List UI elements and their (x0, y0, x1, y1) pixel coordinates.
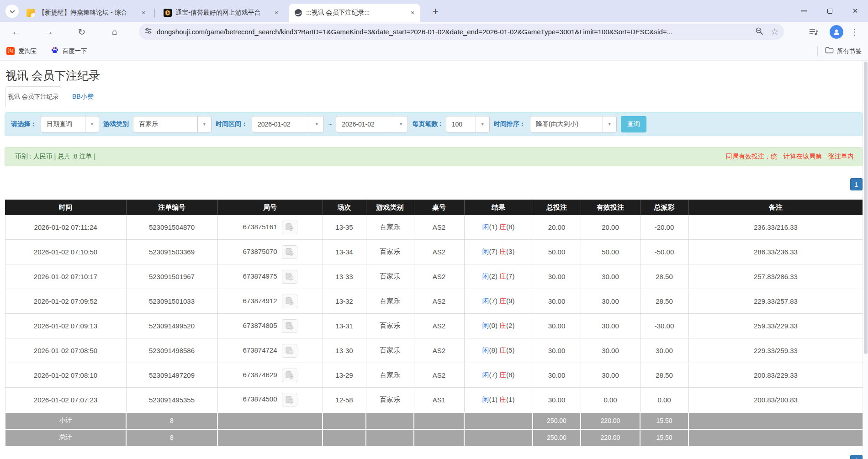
sum-payout: 15.50 (640, 412, 688, 429)
bookmark-baidu[interactable]: 百度一下 (51, 46, 87, 56)
cell-note: 200.83/200.83 (688, 388, 863, 412)
window-close-button[interactable]: ✕ (842, 0, 868, 22)
cell-valid-bet: 0.00 (581, 388, 640, 412)
browser-toolbar: ← → ↻ ⌂ dongshouji.com/game/betrecord_se… (0, 22, 868, 42)
browser-tab-tongbao[interactable]: 通宝-信誉最好的网上游戏平台 × (158, 4, 284, 22)
reload-icon[interactable]: ↻ (76, 26, 88, 38)
tab-close-icon[interactable]: × (272, 9, 281, 17)
cell-total-bet: 30.00 (533, 264, 581, 289)
all-bookmarks-label: 所有书签 (837, 47, 862, 55)
window-minimize-button[interactable] (791, 0, 817, 22)
col-round: 局号 (217, 200, 323, 215)
tab-close-icon[interactable]: × (139, 9, 148, 17)
video-replay-button[interactable] (282, 245, 297, 259)
search-button[interactable]: 查询 (621, 116, 646, 132)
tab-bet-record[interactable]: 视讯 会员下注纪录 (5, 86, 61, 107)
all-bookmarks-button[interactable]: 所有书签 (825, 47, 862, 55)
cell-total-bet: 50.00 (533, 240, 581, 264)
video-replay-button[interactable] (282, 295, 297, 308)
page-scrollbar[interactable] (863, 61, 868, 459)
cell-table-no: AS2 (414, 363, 464, 388)
game-type-label: 游戏类别 (103, 120, 129, 128)
media-controls-icon[interactable] (808, 26, 820, 38)
query-type-value: 日期查询 (41, 120, 85, 128)
video-replay-button[interactable] (282, 221, 297, 234)
bookmark-label: 百度一下 (63, 47, 87, 55)
home-icon[interactable]: ⌂ (109, 26, 121, 38)
forward-icon[interactable]: → (43, 26, 55, 38)
scrollbar-thumb[interactable] (864, 62, 868, 354)
cell-session: 13-31 (323, 314, 366, 338)
game-type-dropdown[interactable]: 百家乐 ▼ (133, 116, 212, 132)
query-type-dropdown[interactable]: 日期查询 ▼ (41, 116, 99, 132)
date-end-picker[interactable]: 2026-01-02 ▼ (336, 116, 408, 132)
caret-down-icon: ▼ (197, 116, 211, 132)
caret-down-icon: ▼ (310, 116, 323, 132)
url-text[interactable]: dongshouji.com/game/betrecord_search/kin… (157, 28, 752, 36)
bookmark-star-icon[interactable]: ☆ (771, 26, 778, 37)
window-controls: ✕ (791, 0, 868, 22)
sort-dropdown[interactable]: 降幂(由大到小) ▼ (530, 116, 617, 132)
col-total-bet: 总投注 (533, 200, 581, 215)
cell-result: 闲(1) 庄(8) (464, 215, 533, 240)
page-title: 视讯 会员下注纪录 (5, 69, 863, 82)
video-replay-button[interactable] (282, 393, 297, 406)
cell-bet-id: 523091497209 (126, 363, 217, 388)
cell-bet-id: 523091501967 (126, 264, 217, 289)
cell-result: 闲(8) 庄(5) (464, 338, 533, 363)
video-replay-button[interactable] (282, 369, 297, 382)
video-replay-button[interactable] (282, 344, 297, 358)
col-table-no: 桌号 (414, 200, 464, 215)
tab-search-button[interactable] (5, 5, 19, 18)
cell-table-no: AS2 (414, 289, 464, 314)
bookmark-taobao[interactable]: 淘 爱淘宝 (6, 47, 37, 55)
tab-bb-tip[interactable]: BB小费 (72, 93, 94, 101)
cell-bet-id: 523091499520 (126, 314, 217, 338)
address-bar[interactable]: dongshouji.com/game/betrecord_search/kin… (139, 24, 784, 40)
browser-menu-icon[interactable]: ⋮ (850, 27, 859, 37)
cell-payout: -50.00 (640, 240, 688, 264)
cell-result: 闲(0) 庄(2) (464, 314, 533, 338)
back-icon[interactable]: ← (10, 26, 22, 38)
video-replay-button[interactable] (282, 319, 297, 333)
sum-result (464, 412, 533, 429)
cell-time: 2026-01-02 07:08:50 (5, 338, 126, 363)
sum-total-bet: 250.00 (533, 429, 581, 446)
profile-avatar[interactable] (830, 25, 843, 39)
cell-valid-bet: 30.00 (581, 289, 640, 314)
date-start-picker[interactable]: 2026-01-02 ▼ (252, 116, 324, 132)
browser-tab-strip: 【新提醒】海燕策略论坛 - 综合 × 通宝-信誉最好的网上游戏平台 × :::视… (0, 0, 868, 22)
video-replay-button[interactable] (282, 270, 297, 284)
bet-record-table: 时间 注单编号 局号 场次 游戏类别 桌号 结果 总投注 有效投注 总派彩 备注… (5, 200, 863, 447)
date-end-value: 2026-01-02 (336, 121, 394, 128)
result-banker-label: 庄 (499, 396, 506, 403)
total-row: 总计8250.00220.0015.50 (5, 429, 863, 446)
cell-payout: 30.00 (640, 338, 688, 363)
browser-tab-forum[interactable]: 【新提醒】海燕策略论坛 - 综合 × (21, 4, 151, 22)
new-tab-button[interactable]: + (429, 5, 442, 17)
result-banker-label: 庄 (499, 371, 506, 379)
page-size-dropdown[interactable]: 100 ▼ (446, 116, 490, 132)
pagination-page-1[interactable]: 1 (850, 178, 863, 190)
cell-result: 闲(1) 庄(1) (464, 388, 533, 412)
result-banker-score: (1) (506, 396, 514, 403)
sum-note (688, 429, 863, 446)
result-banker-label: 庄 (499, 272, 506, 280)
site-settings-icon[interactable] (144, 27, 152, 37)
result-banker-score: (2) (506, 322, 514, 329)
sum-label: 总计 (5, 429, 126, 446)
tab-close-icon[interactable]: × (408, 9, 417, 17)
window-maximize-button[interactable] (817, 0, 842, 22)
zoom-out-icon[interactable] (755, 27, 763, 37)
cell-bet-id: 523091498586 (126, 338, 217, 363)
cell-payout: 28.50 (640, 264, 688, 289)
chevron-down-icon (10, 7, 15, 16)
browser-tab-betrecord-active[interactable]: :::视讯 会员下注纪录::: × (289, 4, 420, 22)
page-content: 视讯 会员下注纪录 视讯 会员下注纪录 BB小费 请选择： 日期查询 ▼ 游戏类… (0, 69, 863, 459)
col-valid-bet: 有效投注 (581, 200, 640, 215)
cell-note: 286.33/236.33 (688, 240, 863, 264)
coin-icon (164, 9, 172, 17)
result-banker-score: (5) (506, 346, 514, 354)
pagination-page-1-bottom[interactable]: 1 (850, 455, 863, 459)
pagination-bottom: 1 (5, 455, 863, 459)
